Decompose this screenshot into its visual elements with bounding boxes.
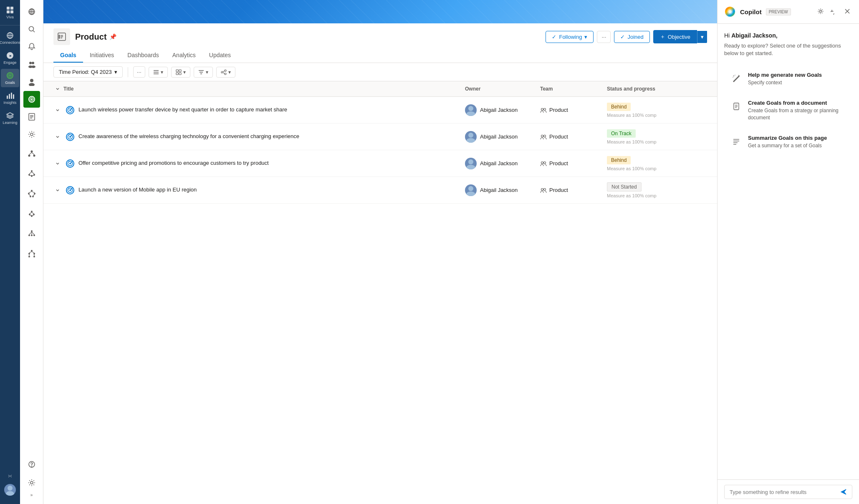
svg-point-84	[31, 466, 32, 467]
row-expand-3[interactable]	[53, 159, 62, 168]
nav-item-goals[interactable]: Goals	[1, 69, 19, 87]
svg-line-57	[29, 194, 30, 196]
svg-point-108	[69, 136, 71, 138]
header-actions: ✓ Following ▾ ··· ✓ Joined ＋ Objective ▾	[546, 30, 707, 43]
sidebar-expand-btn[interactable]: »	[30, 493, 33, 497]
svg-line-55	[29, 192, 32, 193]
table-row: Launch a new version of Mobile app in EU…	[43, 177, 717, 204]
list-icon	[730, 135, 743, 148]
suggestion-generate-text: Help me generate new Goals Specify conte…	[748, 72, 822, 86]
toolbar-filter-btn[interactable]: ▾	[194, 67, 213, 78]
tab-goals[interactable]: Goals	[53, 48, 83, 63]
sidebar-bell-icon[interactable]	[23, 38, 40, 55]
copilot-logo-icon	[724, 6, 736, 18]
svg-line-22	[33, 31, 35, 33]
suggestion-summarize[interactable]: Summarize Goals on this page Get a summa…	[724, 129, 852, 156]
copilot-input-field[interactable]	[730, 489, 837, 495]
goal-icon-4	[65, 185, 75, 195]
tab-analytics[interactable]: Analytics	[166, 48, 202, 63]
copilot-close-btn[interactable]	[842, 6, 852, 18]
new-objective-button-group: ＋ Objective ▾	[653, 30, 707, 43]
svg-point-123	[468, 186, 473, 191]
svg-rect-2	[7, 10, 10, 13]
measure-text-4: Measure as 100% comp	[607, 193, 707, 198]
owner-avatar-3	[465, 158, 477, 169]
svg-line-40	[29, 153, 32, 155]
tab-initiatives[interactable]: Initiatives	[83, 48, 121, 63]
sidebar-network4-icon[interactable]	[23, 205, 40, 222]
svg-rect-13	[11, 93, 12, 99]
svg-point-129	[728, 10, 732, 13]
sidebar-network6-icon[interactable]	[23, 245, 40, 262]
toolbar-view-btn1[interactable]: ▾	[149, 67, 168, 78]
header-banner	[43, 0, 717, 23]
tab-updates[interactable]: Updates	[202, 48, 237, 63]
more-button[interactable]: ···	[597, 31, 611, 43]
owner-cell-4: Abigail Jackson	[465, 184, 540, 196]
toolbar-more-btn[interactable]: ···	[133, 66, 145, 78]
svg-point-27	[30, 79, 33, 82]
svg-point-103	[466, 111, 475, 116]
sidebar-globe-icon[interactable]	[23, 3, 40, 20]
tab-dashboards[interactable]: Dashboards	[121, 48, 166, 63]
svg-point-116	[468, 159, 473, 164]
page-title: Product 📌	[75, 32, 116, 42]
copilot-send-button[interactable]	[840, 489, 847, 495]
svg-point-133	[733, 77, 733, 78]
copilot-settings-btn[interactable]	[816, 6, 826, 18]
nav-item-learning[interactable]: Learning	[1, 109, 19, 127]
goal-icon-1	[65, 105, 75, 115]
svg-point-105	[544, 108, 546, 110]
joined-button[interactable]: ✓ Joined	[614, 31, 649, 43]
sidebar-network3-icon[interactable]	[23, 185, 40, 202]
nav-item-viva[interactable]: Viva	[1, 3, 19, 22]
time-period-button[interactable]: Time Period: Q4 2023 ▾	[53, 66, 123, 78]
new-objective-dropdown-btn[interactable]: ▾	[697, 31, 707, 43]
sidebar-teamgroup-icon[interactable]	[23, 56, 40, 73]
svg-line-58	[33, 194, 35, 196]
sidebar-search-icon[interactable]	[23, 21, 40, 38]
sidebar-help-icon[interactable]	[23, 456, 40, 473]
status-cell-1: Behind Measure as 100% comp	[607, 103, 707, 118]
sidebar-settings-icon[interactable]	[23, 126, 40, 143]
following-button[interactable]: ✓ Following ▾	[546, 31, 594, 43]
copilot-input-area	[724, 485, 852, 499]
row-expand-4[interactable]	[53, 186, 62, 194]
copilot-undo-btn[interactable]	[829, 6, 839, 18]
share-chevron-icon: ▾	[228, 69, 231, 75]
svg-point-24	[32, 62, 34, 64]
sidebar-settings2-icon[interactable]	[23, 474, 40, 491]
svg-point-75	[28, 253, 30, 255]
svg-point-50	[31, 190, 33, 192]
sidebar-network2-icon[interactable]	[23, 165, 40, 182]
nav-item-connections[interactable]: Connections	[1, 29, 19, 47]
goal-icon-3	[65, 159, 75, 169]
sidebar-network5-icon[interactable]	[23, 225, 40, 242]
row-expand-1[interactable]	[53, 106, 62, 114]
expand-all-icon[interactable]	[53, 85, 62, 93]
status-cell-4: Not Started Measure as 100% comp	[607, 182, 707, 198]
toolbar-separator	[128, 67, 128, 77]
sidebar-people-icon[interactable]	[23, 73, 40, 90]
copilot-header-actions	[816, 6, 852, 18]
svg-point-62	[31, 215, 33, 217]
nav-item-engage[interactable]: Engage	[1, 49, 19, 67]
suggestion-from-document[interactable]: Create Goals from a document Create Goal…	[724, 93, 852, 128]
nav-expand-icon[interactable]: ›‹	[6, 471, 13, 481]
nav-goals-label: Goals	[5, 81, 15, 85]
row-expand-2[interactable]	[53, 133, 62, 141]
svg-point-119	[544, 161, 546, 164]
toolbar-view-btn2[interactable]: ▾	[171, 67, 190, 78]
svg-point-54	[32, 196, 34, 197]
svg-rect-1	[10, 7, 13, 10]
sidebar-network1-icon[interactable]	[23, 145, 40, 162]
new-objective-main-btn[interactable]: ＋ Objective	[653, 30, 697, 43]
nav-item-insights[interactable]: Insights	[1, 89, 19, 107]
sidebar-goals-icon[interactable]	[23, 91, 40, 108]
svg-line-47	[32, 172, 34, 174]
toolbar-share-btn[interactable]: ▾	[216, 67, 235, 78]
sidebar-report-icon[interactable]	[23, 108, 40, 125]
user-avatar[interactable]	[4, 484, 16, 496]
suggestion-generate-goals[interactable]: Help me generate new Goals Specify conte…	[724, 66, 852, 93]
owner-avatar-4	[465, 184, 477, 196]
